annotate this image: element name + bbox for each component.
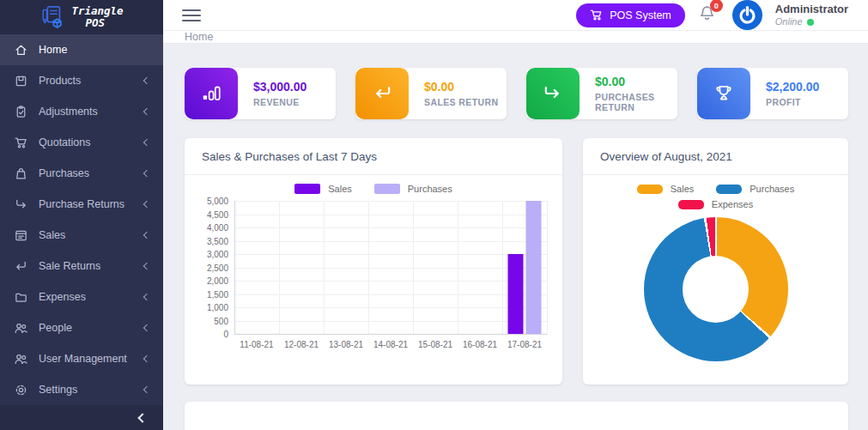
power-logo-icon	[732, 0, 762, 30]
sidebar-item-label: Settings	[39, 384, 77, 396]
chevron-left-icon	[143, 324, 150, 331]
sidebar-item-purchases[interactable]: Purchases	[0, 158, 163, 189]
home-icon	[14, 43, 28, 58]
sidebar-item-quotations[interactable]: Quotations	[0, 127, 163, 158]
settings-icon	[14, 383, 28, 397]
legend-label: Sales	[328, 184, 352, 194]
purchases-icon	[14, 167, 28, 181]
sidebar-item-settings[interactable]: Settings	[0, 374, 163, 405]
legend-label: Expenses	[712, 199, 753, 209]
legend-label: Sales	[671, 184, 695, 194]
sidebar-item-sales[interactable]: Sales	[0, 220, 163, 251]
sidebar-item-people[interactable]: People	[0, 312, 163, 343]
legend-swatch	[678, 200, 704, 209]
app-window: Triangle POS HomeProductsAdjustmentsQuot…	[0, 0, 868, 430]
bar-sales-17-08-21[interactable]	[508, 254, 524, 334]
sidebar-collapse-button[interactable]	[0, 405, 163, 430]
legend-item-sales[interactable]: Sales	[294, 184, 352, 194]
forward-arrow-icon	[526, 68, 580, 119]
stat-label: REVENUE	[253, 97, 307, 107]
sidebar-item-user-management[interactable]: User Management	[0, 343, 163, 374]
donut-chart-card: Overview of August, 2021 SalesPurchasesE…	[583, 138, 848, 385]
breadcrumb: Home	[163, 31, 868, 44]
breadcrumb-home-link[interactable]: Home	[185, 31, 213, 43]
chevron-left-icon	[143, 232, 150, 239]
y-axis-tick: 2,500	[207, 263, 228, 272]
stat-label: PROFIT	[766, 97, 819, 107]
sidebar-item-products[interactable]: Products	[0, 65, 163, 96]
sidebar-item-home[interactable]: Home	[0, 34, 163, 65]
chevron-left-icon	[143, 294, 150, 300]
sidebar-item-label: User Management	[39, 353, 127, 365]
x-axis-label: 16-08-21	[458, 340, 502, 349]
legend-item-expenses[interactable]: Expenses	[678, 199, 753, 209]
stat-label: PURCHASES RETURN	[595, 92, 677, 112]
sidebar-item-sale-returns[interactable]: Sale Returns	[0, 251, 163, 282]
donut-chart-legend: SalesPurchasesExpenses	[598, 184, 833, 209]
legend-item-purchases[interactable]: Purchases	[374, 184, 452, 194]
stat-card-profit: $2,200.00PROFIT	[697, 68, 848, 119]
notifications-button[interactable]: 0	[698, 4, 716, 26]
bar-chart-y-axis: 5,0004,5004,0003,5003,0002,5002,0001,500…	[200, 201, 234, 334]
legend-swatch	[374, 184, 400, 194]
sidebar-menu: HomeProductsAdjustmentsQuotationsPurchas…	[0, 34, 163, 405]
bar-purchases-17-08-21[interactable]	[526, 201, 542, 334]
sidebar-item-label: Adjustments	[39, 106, 98, 118]
brand-logo[interactable]: Triangle POS	[0, 0, 163, 34]
stat-amount: $2,200.00	[766, 80, 819, 94]
stat-card-revenue: $3,000.00REVENUE	[185, 68, 336, 119]
sidebar-item-label: Home	[39, 44, 67, 56]
chevron-left-icon	[143, 139, 150, 146]
legend-swatch	[716, 185, 742, 194]
sidebar-item-label: Purchase Returns	[39, 198, 124, 210]
sidebar-item-label: Purchases	[39, 167, 89, 179]
people-icon	[14, 321, 28, 336]
chevron-left-icon	[143, 77, 150, 84]
user-name: Administrator	[775, 3, 848, 16]
legend-label: Purchases	[750, 184, 794, 194]
chevron-left-icon	[143, 355, 150, 362]
stat-amount: $0.00	[424, 80, 498, 94]
expenses-icon	[14, 290, 28, 305]
sidebar-item-expenses[interactable]: Expenses	[0, 282, 163, 312]
bar-chart-icon	[185, 68, 238, 119]
sidebar-item-adjustments[interactable]: Adjustments	[0, 96, 163, 127]
x-axis-label: 14-08-21	[368, 340, 413, 349]
sidebar-item-label: People	[39, 322, 72, 334]
pos-system-label: POS System	[610, 9, 671, 21]
bar-chart-x-axis: 11-08-2112-08-2113-08-2114-08-2115-08-21…	[234, 340, 547, 349]
return-arrow-icon	[355, 68, 409, 119]
legend-label: Purchases	[408, 184, 452, 194]
products-icon	[14, 74, 28, 88]
y-axis-tick: 0	[223, 330, 228, 339]
legend-item-sales[interactable]: Sales	[637, 184, 695, 194]
sidebar-item-label: Expenses	[39, 291, 86, 303]
charts-row: Sales & Purchases of Last 7 Days SalesPu…	[185, 138, 848, 385]
user-avatar[interactable]	[732, 0, 762, 30]
chevron-left-icon	[143, 170, 150, 177]
sidebar-item-purchase-returns[interactable]: Purchase Returns	[0, 189, 163, 220]
adjustments-icon	[14, 105, 28, 119]
y-axis-tick: 2,000	[207, 276, 228, 286]
legend-item-purchases[interactable]: Purchases	[716, 184, 794, 194]
user-status: Online	[775, 16, 848, 28]
chevron-left-icon	[143, 263, 150, 270]
y-axis-tick: 3,000	[207, 250, 228, 259]
sidebar-item-label: Products	[39, 75, 81, 87]
stat-card-sales-return: $0.00SALES RETURN	[355, 68, 507, 119]
stat-card-purchases-return: $0.00PURCHASES RETURN	[526, 68, 677, 119]
x-axis-label: 12-08-21	[279, 340, 324, 349]
sale-returns-icon	[14, 259, 28, 274]
donut-chart	[644, 217, 788, 361]
y-axis-tick: 4,000	[207, 223, 228, 233]
collapse-chevron-icon	[137, 413, 147, 422]
pos-system-button[interactable]: POS System	[576, 3, 685, 27]
bar-chart-legend: SalesPurchases	[200, 184, 547, 194]
notification-badge: 0	[710, 0, 723, 12]
bar-chart-plot-area	[234, 201, 547, 334]
menu-toggle-button[interactable]	[182, 6, 201, 25]
y-axis-tick: 1,000	[207, 303, 228, 312]
online-status-dot	[807, 19, 814, 26]
sidebar-item-label: Sale Returns	[39, 260, 100, 272]
user-meta: Administrator Online	[775, 3, 848, 28]
